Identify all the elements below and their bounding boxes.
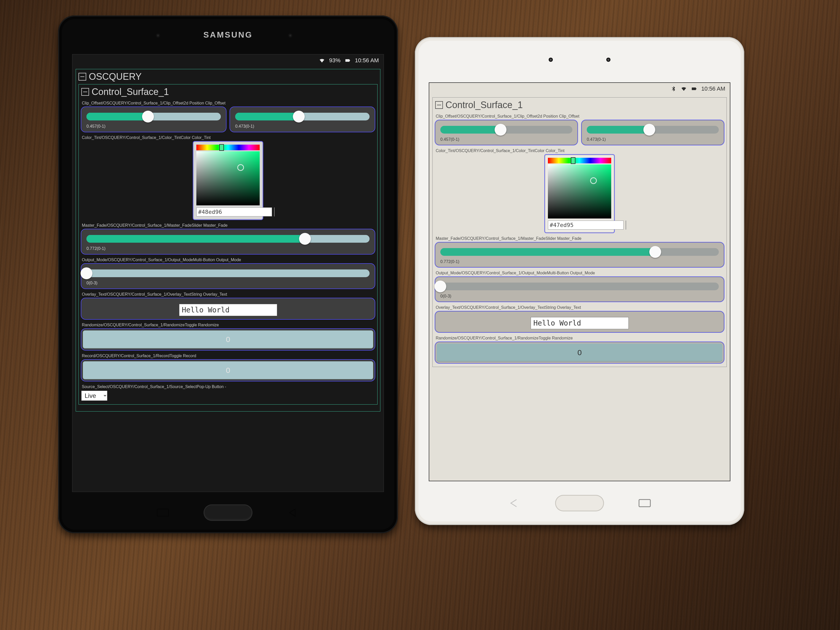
recents-icon[interactable] (638, 498, 652, 508)
sv-field[interactable] (548, 164, 611, 218)
back-icon[interactable] (286, 507, 300, 518)
output-mode-slider[interactable] (87, 270, 369, 277)
overlay-text-panel (435, 311, 724, 332)
clip-offset-y-slider[interactable] (235, 113, 369, 120)
battery-percent: 93% (329, 57, 341, 64)
overlay-text-input[interactable] (179, 304, 277, 316)
svg-rect-5 (639, 499, 651, 507)
overlay-text-label: Overlay_Text/OSCQUERY/Control_Surface_1/… (82, 292, 374, 297)
record-label: Record/OSCQUERY/Control_Surface_1/Record… (82, 354, 374, 358)
color-swatch (625, 221, 626, 230)
clip-offset-label: Clip_Offset/OSCQUERY/Control_Surface_1/C… (82, 101, 374, 106)
clock: 10:56 AM (701, 85, 725, 92)
collapse-icon[interactable] (79, 73, 86, 81)
color-tint-label: Color_Tint/OSCQUERY/Control_Surface_1/Co… (436, 148, 723, 153)
randomize-value: 0 (578, 348, 582, 357)
root-group: OSCQUERY Control_Surface_1 Clip_Offset/O… (76, 69, 381, 412)
clip-offset-x-slider[interactable] (87, 113, 221, 120)
output-mode-label: Output_Mode/OSCQUERY/Control_Surface_1/O… (436, 271, 723, 275)
sv-cursor[interactable] (237, 164, 244, 171)
randomize-label: Randomize/OSCQUERY/Control_Surface_1/Ran… (436, 336, 723, 341)
sv-cursor[interactable] (590, 177, 597, 184)
hw-sensor (156, 33, 160, 38)
svg-rect-3 (692, 87, 696, 90)
status-bar: 93% 10:56 AM (73, 55, 384, 66)
source-select-label: Source_Select/OSCQUERY/Control_Surface_1… (82, 384, 374, 389)
hw-bottom (415, 481, 744, 525)
tablet-samsung-dark: SAMSUNG 93% 10:56 AM OSCQUERY (58, 16, 398, 533)
surface-header[interactable]: Control_Surface_1 (81, 87, 375, 97)
randomize-panel: 0 (435, 342, 724, 363)
clip-offset-y-caption: 0.473(0-1) (235, 124, 369, 129)
hw-sensor (549, 58, 553, 62)
hw-camera (606, 58, 610, 62)
color-tint-label: Color_Tint/OSCQUERY/Control_Surface_1/Co… (82, 135, 374, 140)
color-tint-panel (435, 155, 724, 233)
source-select[interactable]: Live (81, 391, 107, 401)
oscquery-page: OSCQUERY Control_Surface_1 Clip_Offset/O… (73, 66, 384, 491)
wifi-icon (681, 86, 687, 92)
record-toggle[interactable]: 0 (83, 361, 373, 379)
hex-input[interactable] (196, 207, 272, 216)
master-fade-slider[interactable] (441, 248, 719, 256)
master-fade-panel: 0.772(0-1) (81, 229, 375, 254)
root-header[interactable]: OSCQUERY (79, 71, 377, 82)
status-bar: 10:56 AM (429, 83, 730, 95)
master-fade-slider[interactable] (87, 235, 369, 243)
randomize-panel: 0 (81, 329, 375, 350)
hue-cursor[interactable] (219, 144, 224, 151)
hw-top (415, 37, 744, 82)
wifi-icon (319, 57, 325, 63)
hw-top: SAMSUNG (58, 16, 398, 54)
surface-group: Control_Surface_1 Clip_Offset/OSCQUERY/C… (79, 84, 377, 404)
hue-cursor[interactable] (571, 157, 575, 164)
sv-field[interactable] (196, 151, 260, 205)
output-mode-slider[interactable] (441, 283, 719, 290)
recents-icon[interactable] (156, 507, 170, 518)
collapse-icon[interactable] (81, 88, 89, 96)
home-button[interactable] (204, 504, 253, 521)
overlay-text-label: Overlay_Text/OSCQUERY/Control_Surface_1/… (436, 305, 723, 310)
back-icon[interactable] (507, 498, 522, 508)
clip-offset-x-panel: 0.457(0-1) (435, 120, 578, 145)
master-fade-label: Master_Fade/OSCQUERY/Control_Surface_1/M… (436, 236, 723, 241)
output-mode-caption: 0(0-3) (441, 294, 719, 298)
tablet-light: 10:56 AM Control_Surface_1 Clip_Offset/O… (415, 37, 744, 525)
hex-input[interactable] (548, 221, 624, 230)
svg-rect-1 (349, 60, 350, 61)
color-tint-panel (81, 142, 375, 219)
collapse-icon[interactable] (435, 101, 443, 109)
record-panel: 0 (81, 360, 375, 381)
clip-offset-row: 0.457(0-1) 0.473(0-1) (435, 120, 724, 145)
hw-bottom (58, 492, 398, 533)
battery-icon (691, 86, 697, 92)
clip-offset-x-caption: 0.457(0-1) (441, 137, 572, 142)
hue-strip[interactable] (548, 158, 611, 163)
surface-title: Control_Surface_1 (445, 99, 523, 111)
hw-brand-logo: SAMSUNG (203, 30, 253, 39)
oscquery-page: Control_Surface_1 Clip_Offset/OSCQUERY/C… (429, 95, 730, 481)
color-picker[interactable] (193, 142, 263, 219)
svg-rect-2 (157, 509, 169, 516)
color-picker[interactable] (545, 155, 614, 233)
battery-icon (344, 57, 351, 63)
master-fade-caption: 0.772(0-1) (441, 259, 719, 264)
root-title: OSCQUERY (89, 71, 142, 82)
randomize-toggle[interactable]: 0 (83, 330, 373, 349)
clip-offset-x-slider[interactable] (441, 126, 572, 134)
master-fade-label: Master_Fade/OSCQUERY/Control_Surface_1/M… (82, 223, 374, 228)
clip-offset-y-caption: 0.473(0-1) (587, 137, 719, 142)
hue-strip[interactable] (196, 145, 260, 150)
bluetooth-icon (670, 86, 677, 92)
output-mode-label: Output_Mode/OSCQUERY/Control_Surface_1/O… (82, 257, 374, 262)
surface-header[interactable]: Control_Surface_1 (435, 99, 724, 111)
clip-offset-x-panel: 0.457(0-1) (81, 107, 226, 132)
clip-offset-y-slider[interactable] (587, 126, 719, 134)
clip-offset-y-panel: 0.473(0-1) (230, 107, 375, 132)
home-button[interactable] (555, 495, 604, 512)
svg-rect-0 (345, 59, 349, 62)
randomize-value: 0 (226, 335, 231, 344)
output-mode-caption: 0(0-3) (87, 281, 369, 286)
overlay-text-input[interactable] (531, 317, 629, 329)
randomize-toggle[interactable]: 0 (437, 344, 722, 362)
